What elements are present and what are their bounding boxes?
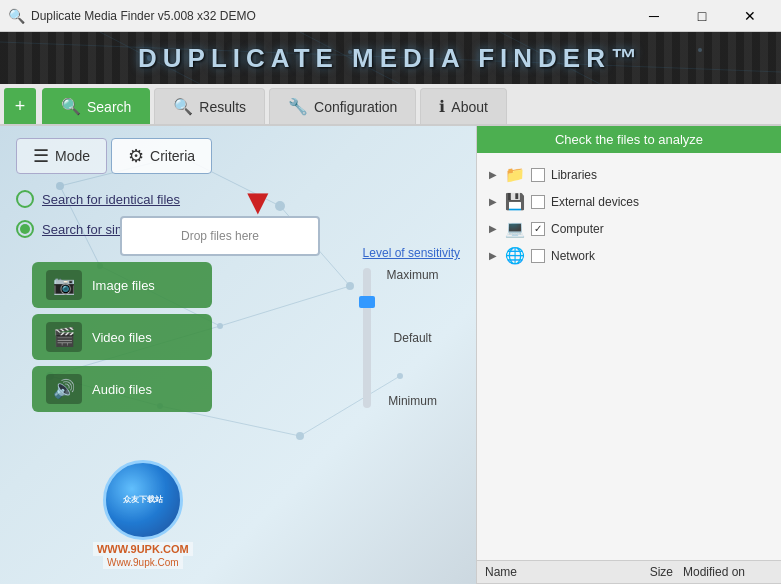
results-tab-icon: 🔍	[173, 97, 193, 116]
video-icon: 🎬	[46, 322, 82, 352]
tab-search-label: Search	[87, 99, 131, 115]
right-panel: Check the files to analyze ▶ 📁 Libraries…	[476, 126, 781, 584]
mode-criteria-tabs: ☰ Mode ⚙ Criteria	[0, 126, 476, 182]
audio-files-label: Audio files	[92, 382, 152, 397]
globe-icon: 众友下载站	[103, 460, 183, 540]
sensitivity-label[interactable]: Level of sensitivity	[363, 246, 460, 260]
mode-tab[interactable]: ☰ Mode	[16, 138, 107, 174]
tab-about[interactable]: ℹ About	[420, 88, 507, 124]
video-files-button[interactable]: 🎬 Video files	[32, 314, 212, 360]
drop-arrow-container: ▼	[240, 184, 276, 220]
tree-label-external: External devices	[551, 195, 639, 209]
tree-arrow-libraries: ▶	[489, 169, 499, 180]
search-identical-radio[interactable]	[16, 190, 34, 208]
col-modified: Modified on	[683, 565, 773, 579]
header-banner: DUPLICATE MEDIA FINDER™	[0, 32, 781, 84]
right-panel-header: Check the files to analyze	[477, 126, 781, 153]
image-files-label: Image files	[92, 278, 155, 293]
sensitivity-panel: Level of sensitivity Maximum Default Min…	[363, 246, 460, 408]
drop-arrow-icon: ▼	[240, 184, 276, 220]
tree-label-computer: Computer	[551, 222, 604, 236]
tree-item-network[interactable]: ▶ 🌐 Network	[489, 242, 769, 269]
add-tab-button[interactable]: +	[4, 88, 36, 124]
file-tree: ▶ 📁 Libraries ▶ 💾 External devices ▶ 💻 ✓…	[477, 153, 781, 560]
image-icon: 📷	[46, 270, 82, 300]
tree-arrow-external: ▶	[489, 196, 499, 207]
tree-arrow-network: ▶	[489, 250, 499, 261]
network-icon: 🌐	[505, 246, 525, 265]
file-table-header: Name Size Modified on	[477, 561, 781, 584]
maximize-button[interactable]: □	[679, 0, 725, 32]
left-panel: ☰ Mode ⚙ Criteria ▼ Drop files here Sear…	[0, 126, 476, 584]
tree-label-network: Network	[551, 249, 595, 263]
watermark: 众友下载站 WWW.9UPK.COM Www.9upk.Com	[83, 454, 203, 574]
sensitivity-minimum: Minimum	[387, 394, 439, 408]
search-identical-label[interactable]: Search for identical files	[42, 192, 180, 207]
criteria-tab-icon: ⚙	[128, 145, 144, 167]
sensitivity-default: Default	[387, 331, 439, 345]
image-files-button[interactable]: 📷 Image files	[32, 262, 212, 308]
drop-zone-hint: Drop files here	[181, 229, 259, 243]
app-icon: 🔍	[8, 8, 25, 24]
audio-icon: 🔊	[46, 374, 82, 404]
checkbox-libraries[interactable]	[531, 168, 545, 182]
mode-tab-icon: ☰	[33, 145, 49, 167]
minimize-button[interactable]: ─	[631, 0, 677, 32]
criteria-tab-label: Criteria	[150, 148, 195, 164]
tab-bar: + 🔍 Search 🔍 Results 🔧 Configuration ℹ A…	[0, 84, 781, 126]
tree-item-computer[interactable]: ▶ 💻 ✓ Computer	[489, 215, 769, 242]
tab-search[interactable]: 🔍 Search	[42, 88, 150, 124]
sensitivity-slider-track	[363, 268, 371, 408]
tree-label-libraries: Libraries	[551, 168, 597, 182]
title-bar-text: Duplicate Media Finder v5.008 x32 DEMO	[31, 9, 631, 23]
criteria-tab[interactable]: ⚙ Criteria	[111, 138, 212, 174]
libraries-icon: 📁	[505, 165, 525, 184]
drop-zone[interactable]: Drop files here	[120, 216, 320, 256]
config-tab-icon: 🔧	[288, 97, 308, 116]
tab-config-label: Configuration	[314, 99, 397, 115]
search-tab-icon: 🔍	[61, 97, 81, 116]
search-identical-option[interactable]: Search for identical files	[16, 190, 460, 208]
tree-item-libraries[interactable]: ▶ 📁 Libraries	[489, 161, 769, 188]
external-icon: 💾	[505, 192, 525, 211]
watermark-text: 众友下载站	[106, 494, 180, 505]
computer-icon: 💻	[505, 219, 525, 238]
checkbox-network[interactable]	[531, 249, 545, 263]
svg-point-8	[698, 48, 702, 52]
banner-title: DUPLICATE MEDIA FINDER™	[138, 43, 643, 74]
window-controls: ─ □ ✕	[631, 0, 773, 32]
checkbox-external[interactable]	[531, 195, 545, 209]
audio-files-button[interactable]: 🔊 Audio files	[32, 366, 212, 412]
col-size: Size	[623, 565, 683, 579]
sensitivity-maximum: Maximum	[387, 268, 439, 282]
about-tab-icon: ℹ	[439, 97, 445, 116]
search-similar-radio[interactable]	[16, 220, 34, 238]
tree-arrow-computer: ▶	[489, 223, 499, 234]
col-name: Name	[485, 565, 623, 579]
file-table: Name Size Modified on	[477, 560, 781, 584]
sensitivity-slider-thumb[interactable]	[359, 296, 375, 308]
main-content: ☰ Mode ⚙ Criteria ▼ Drop files here Sear…	[0, 126, 781, 584]
tree-item-external[interactable]: ▶ 💾 External devices	[489, 188, 769, 215]
mode-tab-label: Mode	[55, 148, 90, 164]
tab-configuration[interactable]: 🔧 Configuration	[269, 88, 416, 124]
tab-results[interactable]: 🔍 Results	[154, 88, 265, 124]
checkbox-computer[interactable]: ✓	[531, 222, 545, 236]
watermark-url2: Www.9upk.Com	[103, 556, 183, 569]
tab-about-label: About	[451, 99, 488, 115]
tab-results-label: Results	[199, 99, 246, 115]
video-files-label: Video files	[92, 330, 152, 345]
title-bar: 🔍 Duplicate Media Finder v5.008 x32 DEMO…	[0, 0, 781, 32]
watermark-url: WWW.9UPK.COM	[93, 542, 193, 556]
close-button[interactable]: ✕	[727, 0, 773, 32]
